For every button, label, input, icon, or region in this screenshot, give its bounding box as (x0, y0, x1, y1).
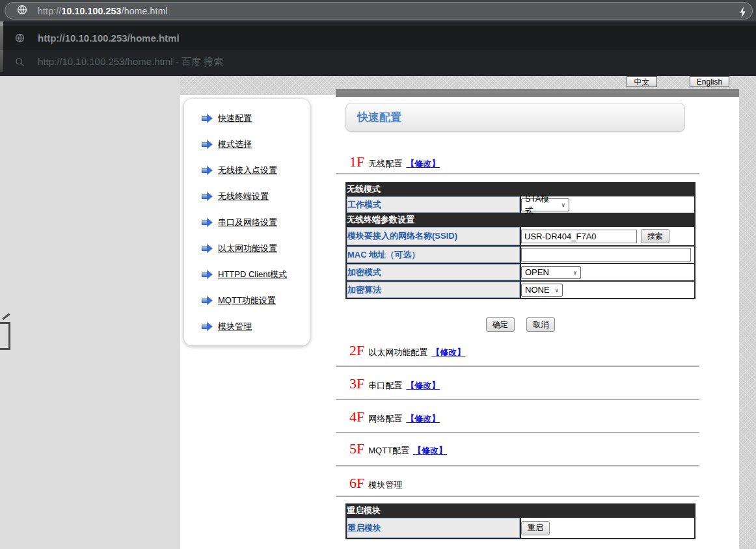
restart-button[interactable]: 重启 (521, 521, 550, 535)
field-label: MAC 地址（可选） (347, 247, 520, 263)
sidebar-item-wireless-sta-settings[interactable]: 无线终端设置 (184, 183, 310, 209)
url-suggestions-dropdown: http://10.10.100.253/home.html http://10… (0, 21, 756, 76)
screen: http://10.10.100.253/home.html http://10… (0, 0, 756, 549)
section-label: 串口配置 (368, 381, 402, 390)
table-row: 加密算法 NONE∨ (347, 282, 694, 298)
table-row: MAC 地址（可选） (347, 247, 694, 263)
divider (336, 496, 699, 497)
sidebar-item-label: 模式选择 (218, 139, 252, 150)
wireless-config-table: 无线模式 工作模式 STA模式∨ 无线终端参数设置 模块要接入的网络名称(SSI… (345, 182, 695, 299)
url-domain: 10.10.100.253 (61, 6, 121, 16)
sidebar-item-label: 无线接入点设置 (218, 165, 277, 176)
blue-arrow-icon (202, 166, 213, 175)
modify-link[interactable]: 【修改】 (406, 414, 440, 423)
sidebar-item-label: 快速配置 (218, 113, 252, 124)
blue-arrow-icon (202, 192, 213, 201)
section-number: 3F (349, 375, 364, 392)
blue-arrow-icon (202, 218, 213, 227)
blue-arrow-icon (202, 322, 213, 331)
chevron-down-icon: ∨ (573, 269, 577, 276)
field-label: 模块要接入的网络名称(SSID) (347, 227, 520, 245)
suggestion-text: http://10.10.100.253/home.html (38, 33, 180, 44)
url-field[interactable]: http://10.10.100.253/home.html (5, 2, 753, 20)
search-button[interactable]: 搜索 (641, 229, 669, 243)
divider (336, 432, 699, 433)
ok-button[interactable]: 确定 (486, 317, 515, 332)
sidebar-item-httpd-client-mode[interactable]: HTTPD Client模式 (184, 261, 310, 288)
lang-chinese-button[interactable]: 中文 (627, 76, 657, 87)
table-row: 重启模块 重启 (347, 518, 694, 538)
modify-link[interactable]: 【修改】 (406, 381, 440, 390)
section-heading-4f: 4F网络配置【修改】 (349, 408, 440, 425)
blue-arrow-icon (202, 140, 213, 149)
ssid-input[interactable] (521, 230, 637, 243)
field-label: 加密模式 (347, 264, 520, 280)
field-label: 工作模式 (347, 196, 520, 213)
sidebar-item-quick-config[interactable]: 快速配置 (184, 105, 310, 131)
url-scheme: http:// (38, 6, 61, 16)
restart-table: 重启模块 重启模块 重启 (345, 503, 695, 539)
suggestion-item-search[interactable]: http://10.10.100.253/home.html - 百度 搜索 (0, 50, 756, 74)
sidebar-item-module-management[interactable]: 模块管理 (184, 314, 310, 340)
section-label: 网络配置 (368, 414, 402, 423)
sidebar-item-label: HTTPD Client模式 (218, 269, 287, 280)
cancel-button[interactable]: 取消 (526, 317, 555, 332)
encryption-algorithm-select[interactable]: NONE∨ (521, 284, 563, 297)
page-background: 中文 English 快速配置 模式选择 无线接入点设置 无线终端设置 (180, 76, 756, 549)
section-label: MQTT配置 (368, 446, 409, 455)
suggestion-text: http://10.10.100.253/home.html - 百度 搜索 (38, 56, 223, 68)
desktop-area (0, 76, 180, 549)
section-heading-5f: 5FMQTT配置【修改】 (349, 440, 447, 457)
chevron-down-icon: ∨ (561, 202, 565, 208)
sidebar-item-label: 模块管理 (218, 321, 252, 332)
modify-link[interactable]: 【修改】 (406, 159, 440, 168)
blue-arrow-icon (202, 296, 213, 305)
chevron-down-icon: ∨ (554, 287, 559, 293)
encryption-mode-select[interactable]: OPEN∨ (521, 266, 581, 279)
browser-address-bar: http://10.10.100.253/home.html (0, 0, 756, 21)
sidebar-item-wireless-ap-settings[interactable]: 无线接入点设置 (184, 157, 310, 183)
section-heading-3f: 3F串口配置【修改】 (349, 375, 440, 392)
suggestion-item-url[interactable]: http://10.10.100.253/home.html (0, 26, 756, 50)
blue-arrow-icon (202, 244, 213, 253)
sidebar-item-label: 以太网功能设置 (218, 243, 277, 254)
sidebar-item-mode-select[interactable]: 模式选择 (184, 131, 310, 157)
divider (336, 399, 699, 400)
section-heading-2f: 2F以太网功能配置【修改】 (349, 342, 465, 359)
section-number: 5F (349, 440, 364, 457)
table-group-header: 重启模块 (347, 505, 694, 516)
modify-link[interactable]: 【修改】 (431, 347, 465, 357)
divider (336, 173, 699, 174)
section-label: 以太网功能配置 (368, 347, 427, 357)
field-label: 加密算法 (347, 282, 520, 298)
globe-icon (14, 33, 25, 43)
blue-arrow-icon (202, 114, 213, 123)
modify-link[interactable]: 【修改】 (413, 446, 447, 455)
divider (336, 465, 699, 466)
section-number: 6F (349, 475, 364, 491)
sidebar-item-mqtt-settings[interactable]: MQTT功能设置 (184, 288, 310, 314)
sidebar-item-label: MQTT功能设置 (218, 295, 276, 306)
table-row: 工作模式 STA模式∨ (347, 196, 694, 213)
sidebar-menu: 快速配置 模式选择 无线接入点设置 无线终端设置 串口及网络设置 以太网功能设置 (184, 99, 310, 345)
table-group-header: 无线终端参数设置 (347, 214, 694, 226)
search-icon (14, 57, 25, 67)
mac-address-input[interactable] (521, 248, 691, 261)
sidebar-item-serial-network-settings[interactable]: 串口及网络设置 (184, 209, 310, 235)
divider (336, 366, 699, 367)
lightning-icon[interactable] (738, 6, 747, 21)
section-number: 4F (349, 408, 364, 425)
section-number: 1F (349, 154, 364, 170)
work-mode-select[interactable]: STA模式∨ (521, 198, 569, 211)
sidebar-item-label: 无线终端设置 (218, 191, 269, 202)
form-buttons: 确定 取消 (345, 317, 695, 332)
page-title-box: 快速配置 (345, 103, 685, 132)
url-path: /home.html (122, 6, 168, 16)
sidebar-item-ethernet-settings[interactable]: 以太网功能设置 (184, 235, 310, 261)
table-row: 加密模式 OPEN∨ (347, 264, 694, 280)
lang-english-button[interactable]: English (690, 76, 729, 87)
page-title: 快速配置 (357, 110, 401, 125)
table-group-header: 无线模式 (347, 183, 694, 195)
table-row: 模块要接入的网络名称(SSID) 搜索 (347, 227, 694, 245)
globe-icon (17, 5, 27, 18)
